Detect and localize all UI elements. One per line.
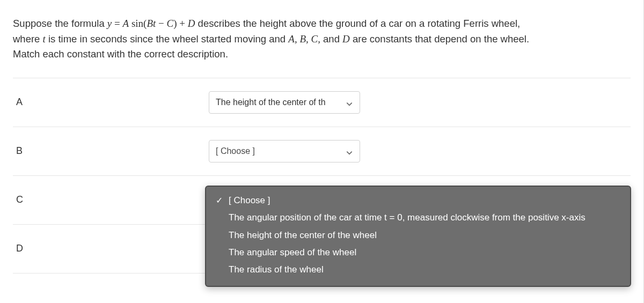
match-row-B: B [ Choose ] — [13, 127, 631, 175]
eq-minus: − — [156, 18, 166, 29]
constant-label: B — [13, 144, 209, 158]
dropdown-option-label: [ Choose ] — [229, 192, 270, 209]
question-mid2: is time in seconds since the wheel start… — [46, 33, 288, 45]
eq-ABC: A, B, C, — [288, 33, 320, 45]
question-mid3: and — [320, 33, 342, 45]
dropdown-menu[interactable]: [ Choose ] The angular position of the c… — [205, 186, 631, 287]
eq-C: C — [166, 18, 173, 29]
dropdown-option[interactable]: The height of the center of the wheel — [209, 227, 627, 244]
eq-sin: sin( — [129, 18, 147, 29]
dropdown-option-label: The angular position of the car at time … — [229, 209, 586, 226]
question-text: Suppose the formula y = A sin(Bt − C) + … — [13, 16, 539, 62]
eq-D2: D — [342, 33, 350, 45]
question-pre: Suppose the formula — [13, 18, 107, 29]
match-row-A: A The height of the center of th — [13, 78, 631, 127]
constant-label: D — [13, 241, 209, 256]
dropdown-option[interactable]: [ Choose ] — [209, 192, 627, 209]
chevron-down-icon — [346, 99, 353, 106]
constant-label: A — [13, 95, 209, 109]
dropdown-option-label: The angular speed of the wheel — [229, 244, 356, 261]
chevron-down-icon — [346, 147, 353, 155]
eq-eq: = — [112, 18, 122, 29]
page-root: Suppose the formula y = A sin(Bt − C) + … — [0, 0, 644, 303]
dropdown-option[interactable]: The angular position of the car at time … — [209, 209, 627, 226]
eq-B: B — [147, 18, 153, 29]
dropdown-option[interactable]: The radius of the wheel — [209, 261, 627, 278]
dropdown-selected-text: [ Choose ] — [216, 145, 255, 158]
dropdown-B[interactable]: [ Choose ] — [209, 140, 360, 162]
eq-close: ) + — [173, 18, 188, 29]
dropdown-selected-text: The height of the center of th — [216, 96, 326, 109]
dropdown-A[interactable]: The height of the center of th — [209, 91, 360, 114]
dropdown-option-label: The height of the center of the wheel — [229, 227, 377, 244]
dropdown-option-label: The radius of the wheel — [229, 261, 324, 278]
dropdown-option[interactable]: The angular speed of the wheel — [209, 244, 627, 261]
constant-label: C — [13, 193, 209, 207]
eq-D: D — [188, 18, 195, 29]
eq-A: A — [123, 18, 129, 29]
